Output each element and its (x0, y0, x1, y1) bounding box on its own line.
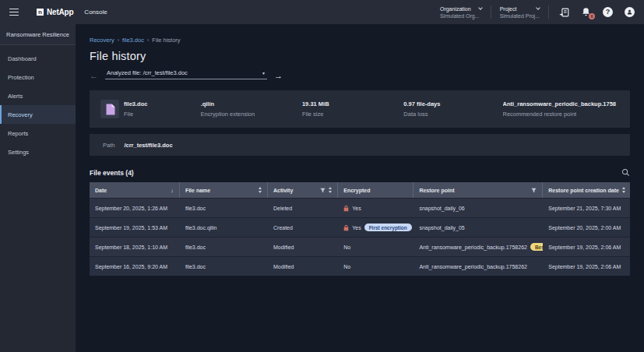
file-summary-card: file3.doc File .qilin Encryption extensi… (90, 90, 630, 128)
summary-item: Anti_ransomware_periodic_backup.1758 Rec… (503, 100, 619, 118)
summary-value: file3.doc (124, 100, 201, 107)
breadcrumb-item[interactable]: file3.doc (122, 37, 144, 44)
sort-icon[interactable] (259, 187, 262, 193)
filter-icon[interactable] (320, 188, 326, 193)
console-panel-icon (559, 7, 570, 18)
cell-restore-point-creation-date: September 20, 2025, 2:00 AM (543, 218, 630, 237)
main-content: Recovery›file3.doc›File history File his… (76, 24, 644, 352)
breadcrumb: Recovery›file3.doc›File history (90, 37, 630, 44)
cell-date: September 18, 2025, 1:10 AM (90, 238, 180, 256)
file-navigation: ← Analyzed file: /crr_test/file3.doc ▼ → (90, 69, 630, 79)
sidebar: Ransomware Resilience DashboardProtectio… (0, 24, 76, 352)
topbar-divider (491, 5, 491, 19)
cell-date: September 16, 2025, 9:20 AM (90, 257, 180, 276)
sidebar-item-dashboard[interactable]: Dashboard (0, 49, 76, 68)
encrypted-value: Yes (352, 225, 361, 231)
console-panel-button[interactable] (558, 5, 571, 19)
project-label: Project (500, 6, 517, 12)
cell-date: September 19, 2025, 1:53 AM (90, 218, 180, 237)
summary-value: Anti_ransomware_periodic_backup.1758 (503, 100, 619, 107)
lock-icon (343, 224, 349, 231)
column-header-restore-point-creation-date[interactable]: Restore point creation date (543, 182, 630, 198)
project-value: Simulated Proj... (500, 13, 540, 19)
file-summary-items: file3.doc File .qilin Encryption extensi… (124, 100, 619, 118)
sidebar-item-recovery[interactable]: Recovery (0, 105, 76, 124)
chevron-down-icon (536, 5, 540, 10)
notification-badge: 6 (589, 13, 595, 19)
filter-icon[interactable] (531, 188, 537, 193)
analyzed-file-select[interactable]: Analyzed file: /crr_test/file3.doc ▼ (105, 69, 267, 79)
sidebar-item-settings[interactable]: Settings (0, 143, 76, 161)
previous-file-arrow[interactable]: ← (90, 72, 98, 79)
cell-file-name: file3.doc (180, 199, 268, 217)
cell-file-name: file3.doc (180, 257, 268, 276)
path-value: /crr_test/file3.doc (124, 142, 172, 149)
cell-file-name: file3.doc.qilin (180, 218, 268, 237)
account-icon (625, 7, 635, 17)
organization-switcher[interactable]: Organization Simulated Org... (440, 6, 482, 19)
file-icon (100, 100, 119, 118)
summary-value: 19.31 MiB (302, 100, 403, 107)
file-path-card: Path /crr_test/file3.doc (90, 134, 630, 156)
sort-icon[interactable] (329, 187, 332, 193)
cell-activity: Modified (268, 238, 338, 256)
column-header-date[interactable]: Date ↓ (90, 182, 180, 198)
sort-descending-icon[interactable]: ↓ (171, 187, 174, 194)
cell-encrypted: Yes (338, 199, 413, 217)
organization-label: Organization (440, 6, 471, 12)
first-encryption-badge: First encryption (364, 224, 412, 231)
cell-encrypted: No (338, 257, 413, 276)
project-switcher[interactable]: Project Simulated Proj... (500, 6, 540, 19)
table-row[interactable]: September 20, 2025, 1:26 AM file3.doc De… (90, 198, 630, 217)
page-title: File history (90, 50, 630, 62)
analyzed-file-label: Analyzed file: /crr_test/file3.doc (107, 69, 188, 76)
console-label: Console (84, 9, 107, 16)
sidebar-nav: DashboardProtectionAlertsRecoveryReports… (0, 49, 76, 161)
cell-restore-point: snapshot_daily_06 (413, 199, 543, 217)
cell-restore-point: Anti_ransomware_periodic_backup.1758262 (413, 257, 543, 276)
file-events-title: File events (4) (90, 169, 134, 177)
help-button[interactable]: ? (601, 5, 614, 19)
cell-encrypted: No (338, 238, 413, 256)
next-file-arrow[interactable]: → (274, 72, 283, 79)
lock-icon (343, 205, 349, 212)
file-events-header: File events (4) (90, 168, 630, 177)
sidebar-item-alerts[interactable]: Alerts (0, 86, 76, 105)
cell-restore-point-creation-date: September 19, 2025, 2:06 AM (543, 238, 630, 256)
sidebar-item-protection[interactable]: Protection (0, 68, 76, 86)
search-button[interactable] (621, 168, 630, 177)
menu-icon[interactable] (9, 9, 19, 16)
help-icon: ? (603, 7, 613, 17)
best-badge: Best (530, 243, 543, 251)
breadcrumb-item[interactable]: Recovery (90, 37, 114, 44)
column-header-activity[interactable]: Activity (268, 182, 338, 198)
notifications-button[interactable]: 6 (579, 5, 593, 19)
summary-value: 0.97 file-days (403, 100, 502, 107)
breadcrumb-separator: › (118, 37, 119, 43)
summary-item: file3.doc File (124, 100, 201, 118)
cell-encrypted: Yes First encryption (338, 218, 413, 237)
column-header-encrypted[interactable]: Encrypted (338, 182, 413, 198)
table-row[interactable]: September 19, 2025, 1:53 AM file3.doc.qi… (90, 217, 630, 237)
sort-icon[interactable] (622, 187, 625, 193)
restore-point-value: snapshot_daily_05 (419, 225, 464, 231)
summary-value: .qilin (201, 100, 302, 107)
sidebar-title: Ransomware Resilience (0, 24, 76, 45)
select-caret-icon: ▼ (262, 71, 266, 76)
column-header-restore-point[interactable]: Restore point (413, 182, 543, 198)
sidebar-item-reports[interactable]: Reports (0, 124, 76, 143)
cell-restore-point: Anti_ransomware_periodic_backup.1758262 … (413, 238, 543, 256)
netapp-logo: n NetApp (37, 8, 73, 16)
column-header-file-name[interactable]: File name (180, 182, 268, 198)
cell-date: September 20, 2025, 1:26 AM (90, 199, 180, 217)
path-label: Path (103, 142, 114, 149)
account-button[interactable] (623, 5, 636, 19)
cell-activity: Modified (268, 257, 338, 276)
netapp-logo-text: NetApp (47, 8, 73, 16)
summary-label: Recommended restore point (503, 111, 619, 118)
table-row[interactable]: September 16, 2025, 9:20 AM file3.doc Mo… (90, 256, 630, 276)
restore-point-value: Anti_ransomware_periodic_backup.1758262 (419, 245, 527, 250)
table-header: Date ↓ File name Activity Encrypted Rest… (90, 182, 630, 198)
table-row[interactable]: September 18, 2025, 1:10 AM file3.doc Mo… (90, 237, 630, 256)
summary-item: .qilin Encryption extension (201, 100, 302, 118)
